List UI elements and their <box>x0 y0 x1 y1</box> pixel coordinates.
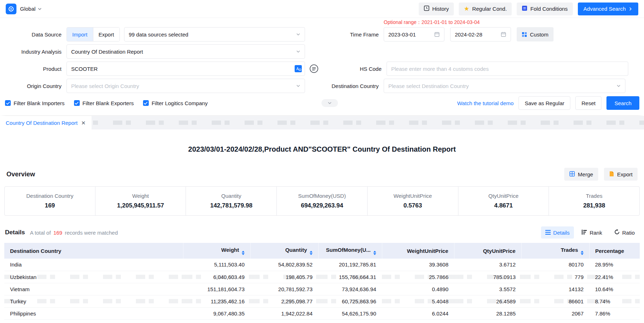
hs-code-input[interactable] <box>387 62 628 76</box>
history-button[interactable]: History <box>419 3 454 15</box>
import-export-toggle: Import Export <box>67 27 120 41</box>
fold-conditions-button[interactable]: Fold Conditions <box>517 3 572 15</box>
data-source-select[interactable]: 99 data sources selected <box>124 27 305 41</box>
sort-icon[interactable] <box>373 251 376 255</box>
product-row: Product A HS Code <box>0 62 644 76</box>
table-cell: 5,111,503.40 <box>183 259 250 271</box>
start-date-value[interactable] <box>388 31 428 38</box>
end-date-value[interactable] <box>455 31 495 38</box>
th-percentage: Percentage <box>589 243 640 259</box>
grid-icon <box>522 32 527 37</box>
table-cell: 20,781,592.73 <box>250 283 318 295</box>
industry-analysis-value: Country Of Destination Report <box>71 49 143 55</box>
custom-range-button[interactable]: Custom <box>517 27 554 41</box>
search-panel: Optional range：2021-01-01 to 2024-03-04 … <box>0 18 644 115</box>
th-quantity[interactable]: Quantity <box>250 243 318 259</box>
table-cell: 60,725,863.96 <box>318 295 382 307</box>
table-cell: 9,067,480.35 <box>183 307 250 319</box>
stat-value: 1,205,945,911.57 <box>117 202 164 209</box>
table-cell: 8.74% <box>589 295 640 307</box>
table-cell: 28.1285 <box>454 307 521 319</box>
region-selector[interactable]: Global <box>20 6 42 12</box>
filter-blank-importers-checkbox[interactable]: Filter Blank Importers <box>5 100 65 106</box>
table-cell: 0.4890 <box>382 283 454 295</box>
table-cell: 151,181,604.73 <box>183 283 250 295</box>
translate-icon[interactable]: A <box>295 65 302 72</box>
stat-label: Quantity <box>221 193 241 199</box>
sort-icon[interactable] <box>310 251 313 255</box>
filter-logitics-company-checkbox[interactable]: Filter Logitics Company <box>143 100 208 106</box>
table-cell: India <box>4 259 183 271</box>
reset-button[interactable]: Reset <box>575 96 601 110</box>
import-toggle[interactable]: Import <box>67 28 93 41</box>
summary-suffix: records were matched <box>65 230 118 236</box>
destination-country-select[interactable]: Please select Destination Country <box>384 79 625 93</box>
overview-header: Overview Merge Export <box>6 168 638 181</box>
advanced-search-button[interactable]: Advanced Search <box>578 3 638 15</box>
ratio-view-button[interactable]: Ratio <box>610 226 639 239</box>
stat-label: Trades <box>586 193 603 199</box>
th-qty-unit-price: QtyUnitPrice <box>454 243 521 259</box>
data-source-label: Data Source <box>5 31 67 38</box>
export-button[interactable]: Export <box>604 168 638 181</box>
stat-value: 142,781,579.98 <box>210 202 252 209</box>
tab-country-of-destination-report[interactable]: Country Of Destination Report ✕ <box>0 116 92 129</box>
fold-conditions-label: Fold Conditions <box>530 6 567 12</box>
ratio-view-label: Ratio <box>622 230 635 236</box>
filter-row: Filter Blank Importers Filter Blank Expo… <box>0 96 644 110</box>
checkbox-checked-icon <box>143 100 149 106</box>
stat-label: Destination Country <box>26 193 73 199</box>
chevron-down-icon <box>616 84 621 88</box>
rank-icon <box>582 230 587 236</box>
export-icon <box>609 171 614 178</box>
details-view-button[interactable]: Details <box>541 226 574 239</box>
time-frame-label: Time Frame <box>316 31 384 38</box>
hs-code-value[interactable] <box>391 66 625 72</box>
industry-analysis-select[interactable]: Country Of Destination Report <box>67 44 305 59</box>
table-cell: 779 <box>521 271 589 283</box>
th-weight[interactable]: Weight <box>183 243 250 259</box>
collapse-conditions-button[interactable] <box>321 99 338 107</box>
checkbox-checked-icon <box>5 100 11 106</box>
close-icon[interactable]: ✕ <box>81 120 86 126</box>
filter-logitics-company-label: Filter Logitics Company <box>152 100 208 106</box>
checkbox-checked-icon <box>74 100 80 106</box>
chevron-down-icon <box>328 101 332 105</box>
export-toggle[interactable]: Export <box>93 28 119 41</box>
table-cell: 785.0913 <box>454 271 521 283</box>
origin-country-label: Origin Country <box>5 83 67 89</box>
th-sum-of-money[interactable]: SumOfMoney(U... <box>318 243 382 259</box>
sort-icon[interactable] <box>581 251 584 255</box>
filter-blank-exporters-checkbox[interactable]: Filter Blank Exporters <box>74 100 134 106</box>
table-cell: Uzbekistan <box>4 271 183 283</box>
stat-trades: Trades 281,938 <box>549 187 639 215</box>
fold-icon <box>522 5 527 12</box>
language-circle-icon[interactable] <box>309 64 319 73</box>
sort-icon[interactable] <box>242 251 245 255</box>
table-header-row: Destination Country Weight Quantity SumO… <box>4 243 640 259</box>
rank-view-button[interactable]: Rank <box>577 226 606 239</box>
end-date-input[interactable] <box>450 27 511 41</box>
calendar-icon <box>501 31 506 37</box>
star-icon: ★ <box>464 6 469 12</box>
regular-cond-button[interactable]: ★ Regular Cond. <box>459 3 512 15</box>
origin-country-placeholder: Please select Origin Country <box>71 83 139 89</box>
industry-analysis-row: Industry Analysis Country Of Destination… <box>0 44 644 59</box>
save-as-regular-button[interactable]: Save as Regular <box>518 96 570 110</box>
table-cell: 6.0244 <box>382 307 454 319</box>
merge-button[interactable]: Merge <box>564 168 598 181</box>
table-cell: 14132 <box>521 283 589 295</box>
product-value[interactable] <box>71 66 295 72</box>
product-input[interactable]: A <box>67 62 305 76</box>
th-trades[interactable]: Trades <box>521 243 589 259</box>
export-label: Export <box>617 171 633 177</box>
origin-country-select[interactable]: Please select Origin Country <box>67 79 305 93</box>
chevron-right-icon <box>628 7 633 11</box>
tutorial-demo-link[interactable]: Watch the tutorial demo <box>457 100 514 106</box>
tab-label: Country Of Destination Report <box>6 120 78 126</box>
search-button[interactable]: Search <box>606 96 639 110</box>
start-date-input[interactable] <box>384 27 444 41</box>
view-switch: Details Rank Ratio <box>541 226 639 239</box>
hs-code-label: HS Code <box>319 66 387 72</box>
stat-value: 694,929,263.94 <box>301 202 343 209</box>
